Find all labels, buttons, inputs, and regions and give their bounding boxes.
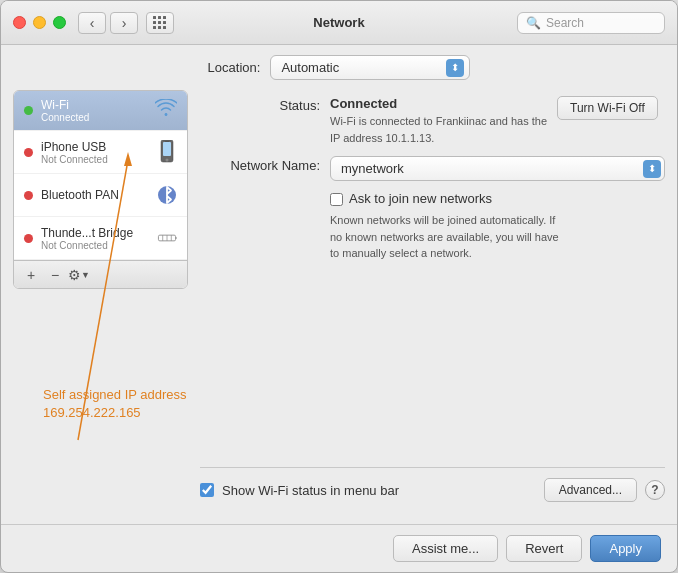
sidebar-wrapper: Wi-Fi Connected [13, 90, 188, 512]
iphone-item-status: Not Connected [41, 154, 149, 165]
show-wifi-row: Show Wi-Fi status in menu bar Advanced..… [200, 478, 665, 502]
network-name-label: Network Name: [200, 156, 330, 173]
titlebar: ‹ › Network 🔍 Search [1, 1, 677, 45]
thunderbolt-status-dot [24, 234, 33, 243]
grid-button[interactable] [146, 12, 174, 34]
svg-rect-3 [165, 141, 169, 142]
iphone-icon [157, 138, 177, 166]
annotation-line1: Self assigned IP address [43, 386, 187, 404]
network-name-content: mynetwork ⬍ [330, 156, 665, 181]
bluetooth-item-name: Bluetooth PAN [41, 188, 149, 202]
sidebar-item-thunderbolt[interactable]: Thunde...t Bridge Not Connected [14, 217, 187, 260]
settings-chevron: ▼ [81, 270, 90, 280]
iphone-status-dot [24, 148, 33, 157]
nav-buttons: ‹ › [78, 12, 138, 34]
settings-button[interactable]: ⚙ ▼ [68, 265, 90, 285]
traffic-lights [13, 16, 66, 29]
thunderbolt-item-name: Thunde...t Bridge [41, 226, 149, 240]
location-label: Location: [208, 60, 261, 75]
sidebar-toolbar: + − ⚙ ▼ [14, 260, 187, 288]
sidebar-item-bluetooth[interactable]: Bluetooth PAN [14, 174, 187, 217]
sidebar-item-wifi[interactable]: Wi-Fi Connected [14, 91, 187, 131]
minimize-button[interactable] [33, 16, 46, 29]
location-bar: Location: Automatic ⬍ [1, 45, 677, 90]
status-content: Connected Wi-Fi is connected to Frankiin… [330, 96, 665, 146]
remove-network-button[interactable]: − [44, 265, 66, 285]
main-content: Wi-Fi Connected [1, 90, 677, 524]
thunderbolt-item-status: Not Connected [41, 240, 149, 251]
search-placeholder: Search [546, 16, 656, 30]
bluetooth-status-dot [24, 191, 33, 200]
location-select[interactable]: Automatic [270, 55, 470, 80]
join-networks-description: Known networks will be joined automatica… [330, 212, 665, 262]
close-button[interactable] [13, 16, 26, 29]
help-button[interactable]: ? [645, 480, 665, 500]
right-panel: Status: Connected Wi-Fi is connected to … [200, 90, 665, 512]
sidebar: Wi-Fi Connected [13, 90, 188, 289]
apply-button[interactable]: Apply [590, 535, 661, 562]
thunderbolt-icon [157, 224, 177, 252]
grid-icon [153, 16, 167, 30]
bluetooth-icon [157, 181, 177, 209]
status-description: Wi-Fi is connected to Frankiinac and has… [330, 113, 547, 146]
join-networks-checkbox[interactable] [330, 193, 343, 206]
footer: Assist me... Revert Apply [1, 524, 677, 572]
wifi-status-dot [24, 106, 33, 115]
turn-wifi-off-button[interactable]: Turn Wi-Fi Off [557, 96, 658, 120]
svg-point-2 [166, 159, 169, 162]
show-wifi-label: Show Wi-Fi status in menu bar [222, 483, 399, 498]
add-network-button[interactable]: + [20, 265, 42, 285]
wifi-item-status: Connected [41, 112, 147, 123]
join-networks-checkbox-row: Ask to join new networks [330, 191, 665, 206]
annotation-callout: Self assigned IP address 169.254.222.165 [43, 386, 187, 422]
assist-me-button[interactable]: Assist me... [393, 535, 498, 562]
network-select-wrapper: mynetwork ⬍ [330, 156, 665, 181]
advanced-button[interactable]: Advanced... [544, 478, 637, 502]
maximize-button[interactable] [53, 16, 66, 29]
iphone-item-name: iPhone USB [41, 140, 149, 154]
network-name-select[interactable]: mynetwork [330, 156, 665, 181]
search-bar[interactable]: 🔍 Search [517, 12, 665, 34]
status-label: Status: [200, 96, 330, 113]
bottom-section: Show Wi-Fi status in menu bar Advanced..… [200, 467, 665, 512]
search-icon: 🔍 [526, 16, 541, 30]
annotation-line2: 169.254.222.165 [43, 404, 187, 422]
back-button[interactable]: ‹ [78, 12, 106, 34]
revert-button[interactable]: Revert [506, 535, 582, 562]
svg-rect-1 [163, 142, 171, 156]
wifi-icon [155, 99, 177, 122]
status-value: Connected [330, 96, 547, 111]
network-name-row: Network Name: mynetwork ⬍ [200, 156, 665, 181]
show-wifi-checkbox[interactable] [200, 483, 214, 497]
network-list: Wi-Fi Connected [14, 91, 187, 260]
sidebar-item-iphone[interactable]: iPhone USB Not Connected [14, 131, 187, 174]
info-section: Status: Connected Wi-Fi is connected to … [200, 90, 665, 268]
gear-icon: ⚙ [68, 267, 81, 283]
main-window: ‹ › Network 🔍 Search Location: Automatic… [0, 0, 678, 573]
status-row: Status: Connected Wi-Fi is connected to … [200, 96, 665, 146]
join-networks-label: Ask to join new networks [349, 191, 492, 206]
window-title: Network [313, 15, 364, 30]
wifi-item-name: Wi-Fi [41, 98, 147, 112]
location-select-wrapper: Automatic ⬍ [270, 55, 470, 80]
forward-button[interactable]: › [110, 12, 138, 34]
